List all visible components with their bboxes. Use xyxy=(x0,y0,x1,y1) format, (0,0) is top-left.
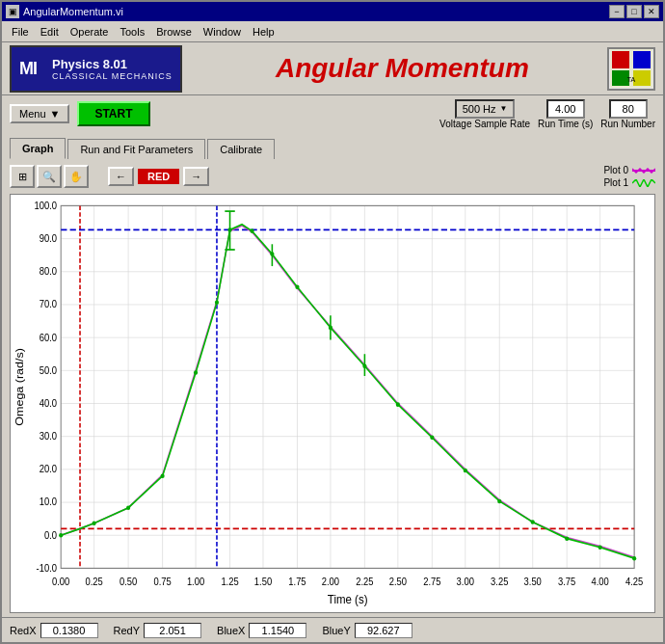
corner-logo: TA xyxy=(607,47,655,91)
svg-point-57 xyxy=(295,284,299,289)
graph-svg: 100.0 90.0 80.0 70.0 60.0 50.0 40.0 30.0… xyxy=(11,195,654,612)
window-title: AngularMomentum.vi xyxy=(23,6,123,17)
run-number-value[interactable]: 80 xyxy=(609,99,648,119)
minimize-button[interactable]: − xyxy=(609,5,625,18)
graph-area: 100.0 90.0 80.0 70.0 60.0 50.0 40.0 30.0… xyxy=(10,194,655,613)
svg-point-60 xyxy=(396,402,400,407)
run-number-field: 80 Run Number xyxy=(600,99,655,129)
svg-text:2.50: 2.50 xyxy=(389,576,408,586)
physics-name: Physics 8.01 xyxy=(52,57,173,71)
red-y-label: RedY xyxy=(114,625,141,636)
svg-point-66 xyxy=(598,545,602,550)
cursor-right-button[interactable]: → xyxy=(183,167,209,186)
svg-point-54 xyxy=(227,228,231,232)
svg-text:60.0: 60.0 xyxy=(40,332,58,342)
sample-rate-field: 500 Hz ▼ Voltage Sample Rate xyxy=(439,99,530,129)
svg-text:2.75: 2.75 xyxy=(423,576,441,586)
header-section: MI Physics 8.01 CLASSICAL MECHANICS Angu… xyxy=(2,42,663,95)
sample-rate-label: Voltage Sample Rate xyxy=(439,119,530,129)
svg-point-50 xyxy=(126,505,130,510)
menu-bar: File Edit Operate Tools Browse Window He… xyxy=(2,21,663,42)
legend-plot0-line xyxy=(632,168,655,174)
graph-legend: Plot 0 Plot 1 xyxy=(603,165,655,188)
svg-text:-10.0: -10.0 xyxy=(37,562,58,573)
svg-text:1.75: 1.75 xyxy=(288,576,306,586)
svg-point-49 xyxy=(93,521,96,525)
maximize-button[interactable]: □ xyxy=(626,5,642,18)
svg-text:3.50: 3.50 xyxy=(524,576,543,586)
svg-point-58 xyxy=(329,326,332,331)
svg-text:0.0: 0.0 xyxy=(44,529,58,540)
blue-x-label: BlueX xyxy=(217,625,245,636)
svg-text:90.0: 90.0 xyxy=(40,233,58,244)
tab-graph[interactable]: Graph xyxy=(10,138,66,159)
svg-text:Omega (rad/s): Omega (rad/s) xyxy=(13,348,25,426)
red-x-label: RedX xyxy=(10,625,37,636)
svg-text:1.25: 1.25 xyxy=(221,576,239,586)
svg-rect-2 xyxy=(633,51,651,68)
svg-rect-1 xyxy=(612,51,629,68)
svg-point-63 xyxy=(497,499,501,504)
menu-tools[interactable]: Tools xyxy=(114,24,150,40)
red-y-value: 2.051 xyxy=(144,623,201,638)
tab-calibrate[interactable]: Calibrate xyxy=(207,139,275,159)
menu-help[interactable]: Help xyxy=(247,24,280,40)
toolbar-section: Menu ▼ START 500 Hz ▼ Voltage Sample Rat… xyxy=(2,95,663,132)
svg-text:40.0: 40.0 xyxy=(40,398,58,409)
svg-text:2.25: 2.25 xyxy=(356,576,374,586)
menu-browse[interactable]: Browse xyxy=(150,24,198,40)
run-number-label: Run Number xyxy=(600,119,655,129)
svg-point-65 xyxy=(565,536,569,541)
pan-tool-button[interactable]: ✋ xyxy=(64,165,89,188)
blue-x-value: 1.1540 xyxy=(249,623,306,638)
red-x-value: 0.1380 xyxy=(40,623,98,638)
menu-edit[interactable]: Edit xyxy=(35,24,65,40)
svg-text:0.50: 0.50 xyxy=(120,576,138,586)
svg-text:0.25: 0.25 xyxy=(85,576,103,586)
sample-rate-dropdown[interactable]: 500 Hz ▼ xyxy=(455,99,516,119)
menu-window[interactable]: Window xyxy=(198,24,247,40)
svg-point-51 xyxy=(161,473,165,478)
title-bar: ▣ AngularMomentum.vi − □ ✕ xyxy=(2,2,663,21)
run-time-label: Run Time (s) xyxy=(538,119,593,129)
svg-point-64 xyxy=(531,520,535,524)
mit-logo: MI xyxy=(12,47,44,91)
svg-point-52 xyxy=(194,370,198,375)
svg-text:0.00: 0.00 xyxy=(52,576,70,586)
close-button[interactable]: ✕ xyxy=(644,5,659,18)
menu-dropdown-icon: ▼ xyxy=(50,108,61,120)
svg-text:4.25: 4.25 xyxy=(625,576,644,586)
cursor-label: RED xyxy=(138,169,179,184)
svg-point-48 xyxy=(59,533,63,538)
cursor-left-button[interactable]: ← xyxy=(108,167,134,186)
window-icon: ▣ xyxy=(6,5,19,18)
svg-text:3.25: 3.25 xyxy=(491,576,509,586)
graph-toolbar: ⊞ 🔍 ✋ ← RED → Plot 0 Plot 1 xyxy=(10,163,655,190)
svg-text:Time (s): Time (s) xyxy=(328,592,368,606)
svg-text:70.0: 70.0 xyxy=(40,299,58,309)
svg-text:0.75: 0.75 xyxy=(153,576,172,586)
svg-text:100.0: 100.0 xyxy=(35,200,58,210)
grid-tool-button[interactable]: ⊞ xyxy=(10,165,35,188)
svg-text:1.50: 1.50 xyxy=(254,576,273,586)
svg-text:1.00: 1.00 xyxy=(187,576,205,586)
menu-operate[interactable]: Operate xyxy=(65,24,115,40)
blue-y-value: 92.627 xyxy=(355,623,412,638)
menu-file[interactable]: File xyxy=(6,24,35,40)
svg-text:30.0: 30.0 xyxy=(40,431,58,442)
svg-text:80.0: 80.0 xyxy=(40,266,58,277)
zoom-tool-button[interactable]: 🔍 xyxy=(37,165,62,188)
svg-point-62 xyxy=(464,469,467,473)
legend-plot0-label: Plot 0 xyxy=(603,165,628,175)
start-button[interactable]: START xyxy=(77,101,149,126)
tab-run-fit[interactable]: Run and Fit Parameters xyxy=(67,139,205,159)
menu-button[interactable]: Menu ▼ xyxy=(10,104,69,123)
svg-text:2.00: 2.00 xyxy=(322,576,340,586)
main-window: ▣ AngularMomentum.vi − □ ✕ File Edit Ope… xyxy=(0,0,665,644)
run-time-value[interactable]: 4.00 xyxy=(546,99,585,119)
physics-sub: CLASSICAL MECHANICS xyxy=(52,71,173,81)
sample-rate-arrow: ▼ xyxy=(500,104,508,113)
status-bar: RedX 0.1380 RedY 2.051 BlueX 1.1540 Blue… xyxy=(2,617,663,642)
blue-y-label: BlueY xyxy=(322,625,350,636)
svg-point-53 xyxy=(215,300,219,305)
